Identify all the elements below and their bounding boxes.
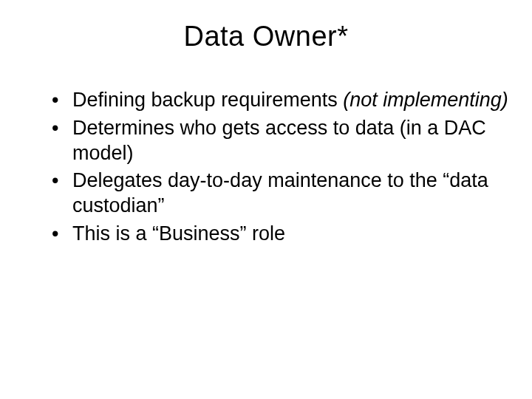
bullet-text: Determines who gets access to data (in a… [72,117,486,164]
slide: Data Owner* Defining backup requirements… [0,0,532,399]
list-item: Delegates day-to-day maintenance to the … [52,168,510,219]
list-item: Determines who gets access to data (in a… [52,116,510,166]
bullet-italic: (not implementing) [343,89,508,111]
bullet-list: Defining backup requirements (not implem… [22,88,510,247]
bullet-text: Defining backup requirements [72,89,343,111]
slide-title: Data Owner* [22,21,510,52]
bullet-text: Delegates day-to-day maintenance to the … [72,169,488,216]
list-item: This is a “Business” role [52,222,510,247]
bullet-text: This is a “Business” role [72,222,285,245]
list-item: Defining backup requirements (not implem… [52,88,510,113]
